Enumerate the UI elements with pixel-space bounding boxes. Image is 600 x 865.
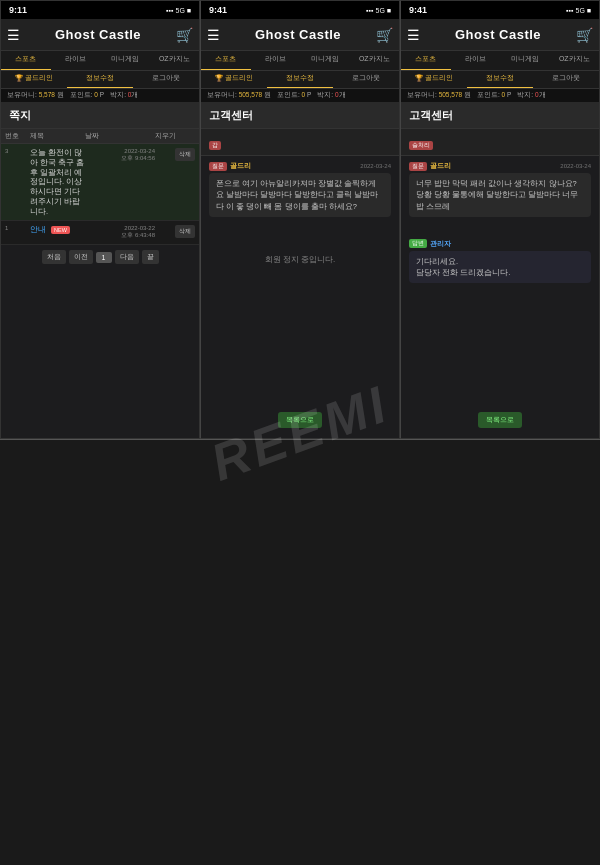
- chat-answer-3: 답변 관리자 기다리세요.담당자 전화 드리겠습니다.: [401, 234, 599, 293]
- time-1: 9:11: [9, 5, 27, 15]
- app-header-2: ☰ Ghost Castle 🛒: [201, 19, 399, 51]
- sub-tab-logout-1[interactable]: 로그아웃: [133, 71, 199, 88]
- nav-tab-live-2[interactable]: 라이브: [251, 51, 301, 70]
- nav-tab-mini-3[interactable]: 미니게임: [500, 51, 550, 70]
- section-title-1: 쪽지: [1, 103, 199, 129]
- nav-tab-live-1[interactable]: 라이브: [51, 51, 101, 70]
- nav-tab-oz-3[interactable]: OZ카지노: [550, 51, 600, 70]
- nav-tab-oz-2[interactable]: OZ카지노: [350, 51, 400, 70]
- sub-info-2[interactable]: 정보수정: [267, 71, 333, 88]
- app-header-1: ☰ Ghost Castle 🛒: [1, 19, 199, 51]
- signal-icons-2: ▪▪▪ 5G ■: [366, 7, 391, 14]
- pagination-1: 처음 이전 1 다음 끝: [1, 245, 199, 269]
- menu-icon-2[interactable]: ☰: [207, 27, 220, 43]
- cart-icon-3[interactable]: 🛒: [576, 27, 593, 43]
- chat-question-3: 질문 골드리 2022-03-24 너무 밥만 막덕 패러 값이나 생각하지 않…: [401, 156, 599, 226]
- nav-tab-sports-1[interactable]: 스포츠: [1, 51, 51, 70]
- nav-tabs-1: 스포츠 라이브 미니게임 OZ카지노: [1, 51, 199, 71]
- nav-tabs-2: 스포츠 라이브 미니게임 OZ카지노: [201, 51, 399, 71]
- status-bar-1: 9:11 ▪▪▪ 5G ■: [1, 1, 199, 19]
- page-first[interactable]: 처음: [42, 250, 66, 264]
- table-row-1: 3 오늘 환전이 많아 한국 축구 홈 후 일괄처리 예정입니다. 이상하시다면…: [1, 144, 199, 221]
- sub-nav-2: 🏆 골드리인 정보수정 로그아웃: [201, 71, 399, 89]
- nav-tab-sports-2[interactable]: 스포츠: [201, 51, 251, 70]
- nav-tabs-3: 스포츠 라이브 미니게임 OZ카지노: [401, 51, 599, 71]
- info-bar-3: 보유머니: 505,578 원 포인트: 0 P 박지: 0개: [401, 89, 599, 103]
- delete-btn-2[interactable]: 삭제: [175, 225, 195, 238]
- section-title-3: 고객센터: [401, 103, 599, 129]
- brand-name-2: Ghost Castle: [255, 27, 341, 42]
- list-btn-2[interactable]: 목록으로: [278, 412, 322, 428]
- page-1[interactable]: 1: [96, 252, 112, 263]
- panel-2: 9:41 ▪▪▪ 5G ■ ☰ Ghost Castle 🛒 스포츠 라이브 미…: [200, 0, 400, 439]
- new-badge-1: NEW: [51, 226, 70, 234]
- page-prev[interactable]: 이전: [69, 250, 93, 264]
- nav-tab-mini-2[interactable]: 미니게임: [300, 51, 350, 70]
- status-bar-2: 9:41 ▪▪▪ 5G ■: [201, 1, 399, 19]
- sub-gold-3[interactable]: 🏆 골드리인: [401, 71, 467, 88]
- sub-logout-3[interactable]: 로그아웃: [533, 71, 599, 88]
- panel-3: 9:41 ▪▪▪ 5G ■ ☰ Ghost Castle 🛒 스포츠 라이브 미…: [400, 0, 600, 439]
- chat-question-2: 질문 골드리 2022-03-24 폰으로 여기 아뉴알리카져마 장별값 솔찍하…: [201, 156, 399, 226]
- sub-info-3[interactable]: 정보수정: [467, 71, 533, 88]
- status-bar-3: 9:41 ▪▪▪ 5G ■: [401, 1, 599, 19]
- info-bar-2: 보유머니: 505,578 원 포인트: 0 P 박지: 0개: [201, 89, 399, 103]
- panel-1: 9:11 ▪▪▪ 5G ■ ☰ Ghost Castle 🛒 스포츠 라이브 미…: [0, 0, 200, 439]
- time-3: 9:41: [409, 5, 427, 15]
- nav-tab-live-3[interactable]: 라이브: [451, 51, 501, 70]
- sub-nav-3: 🏆 골드리인 정보수정 로그아웃: [401, 71, 599, 89]
- signal-icons-1: ▪▪▪ 5G ■: [166, 7, 191, 14]
- nav-tab-mini-1[interactable]: 미니게임: [100, 51, 150, 70]
- signal-icons-3: ▪▪▪ 5G ■: [566, 7, 591, 14]
- table-header-1: 번호 제목 날짜 지우기: [1, 129, 199, 144]
- cart-icon-1[interactable]: 🛒: [176, 27, 193, 43]
- delete-btn-1[interactable]: 삭제: [175, 148, 195, 161]
- brand-name-3: Ghost Castle: [455, 27, 541, 42]
- cart-icon-2[interactable]: 🛒: [376, 27, 393, 43]
- menu-icon-1[interactable]: ☰: [7, 27, 20, 43]
- table-row-2: 1 안내 NEW 2022-03-22오후 6:43:48 삭제: [1, 221, 199, 245]
- chat-subheader-2: 갑: [201, 129, 399, 156]
- sub-gold-2[interactable]: 🏆 골드리인: [201, 71, 267, 88]
- sub-logout-2[interactable]: 로그아웃: [333, 71, 399, 88]
- brand-name-1: Ghost Castle: [55, 27, 141, 42]
- chat-area-2: 갑 질문 골드리 2022-03-24 폰으로 여기 아뉴알리카져마 장별값 솔…: [201, 129, 399, 402]
- sub-tab-gold-1[interactable]: 🏆 골드리인: [1, 71, 67, 88]
- page-next[interactable]: 다음: [115, 250, 139, 264]
- sub-nav-1: 🏆 골드리인 정보수정 로그아웃: [1, 71, 199, 89]
- info-bar-1: 보유머니: 5,578 원 포인트: 0 P 박지: 0개: [1, 89, 199, 103]
- section-title-2: 고객센터: [201, 103, 399, 129]
- chat-subheader-3: 슬처리: [401, 129, 599, 156]
- waiting-text-2: 회원 정지 중입니다.: [201, 234, 399, 285]
- page-last[interactable]: 끝: [142, 250, 159, 264]
- chat-area-3: 슬처리 질문 골드리 2022-03-24 너무 밥만 막덕 패러 값이나 생각…: [401, 129, 599, 402]
- nav-tab-oz-1[interactable]: OZ카지노: [150, 51, 200, 70]
- app-header-3: ☰ Ghost Castle 🛒: [401, 19, 599, 51]
- sub-tab-info-1[interactable]: 정보수정: [67, 71, 133, 88]
- list-btn-3[interactable]: 목록으로: [478, 412, 522, 428]
- nav-tab-sports-3[interactable]: 스포츠: [401, 51, 451, 70]
- time-2: 9:41: [209, 5, 227, 15]
- menu-icon-3[interactable]: ☰: [407, 27, 420, 43]
